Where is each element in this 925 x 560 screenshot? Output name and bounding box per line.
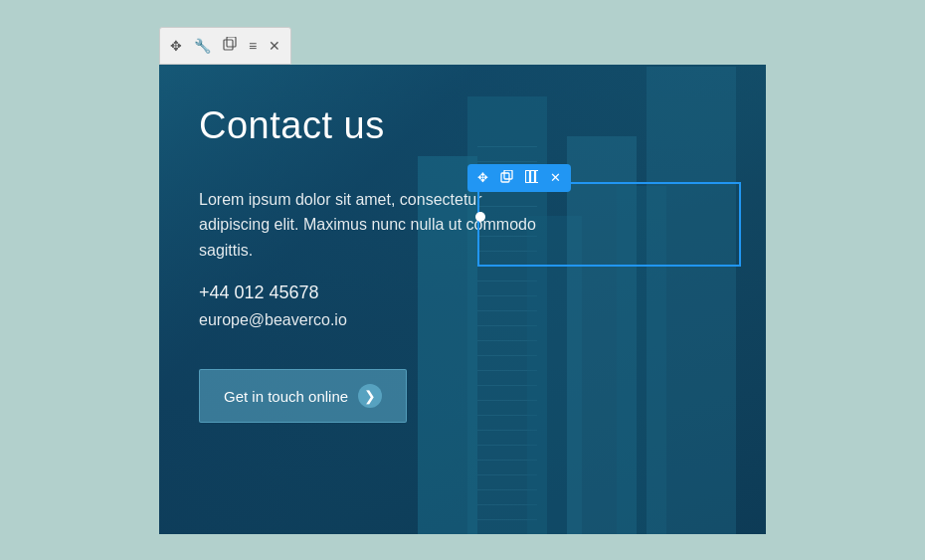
widget-copy-icon[interactable] xyxy=(500,170,513,186)
svg-rect-3 xyxy=(504,170,512,179)
email-address: europe@beaverco.io xyxy=(199,311,537,329)
page-title: Contact us xyxy=(199,104,537,147)
widget-close-icon[interactable]: ✕ xyxy=(550,170,561,185)
cta-button[interactable]: Get in touch online ❯ xyxy=(199,369,407,423)
widget-columns-icon[interactable] xyxy=(525,170,538,186)
cta-button-label: Get in touch online xyxy=(224,388,348,405)
widget-selection-box xyxy=(477,182,741,267)
content-area: Contact us Lorem ipsum dolor sit amet, c… xyxy=(159,65,766,534)
svg-rect-0 xyxy=(224,40,233,50)
svg-rect-4 xyxy=(526,170,530,182)
svg-rect-2 xyxy=(501,173,509,182)
cta-arrow-icon: ❯ xyxy=(358,384,382,408)
widget-move-icon[interactable]: ✥ xyxy=(477,170,488,185)
menu-icon[interactable]: ≡ xyxy=(249,38,257,54)
editor-window: ✥ 🔧 ≡ ✕ Contact us Lorem ipsum dolor sit… xyxy=(159,27,766,534)
widget-toolbar: ✥ ✕ xyxy=(467,164,571,192)
wrench-icon[interactable]: 🔧 xyxy=(194,38,211,54)
svg-rect-5 xyxy=(531,170,535,182)
top-toolbar: ✥ 🔧 ≡ ✕ xyxy=(159,27,291,65)
move-icon[interactable]: ✥ xyxy=(170,38,182,54)
close-icon[interactable]: ✕ xyxy=(269,38,280,54)
phone-number: +44 012 45678 xyxy=(199,282,537,303)
copy-icon[interactable] xyxy=(223,37,237,54)
connection-dot xyxy=(475,212,485,222)
svg-rect-6 xyxy=(536,170,539,182)
svg-rect-1 xyxy=(227,37,236,47)
